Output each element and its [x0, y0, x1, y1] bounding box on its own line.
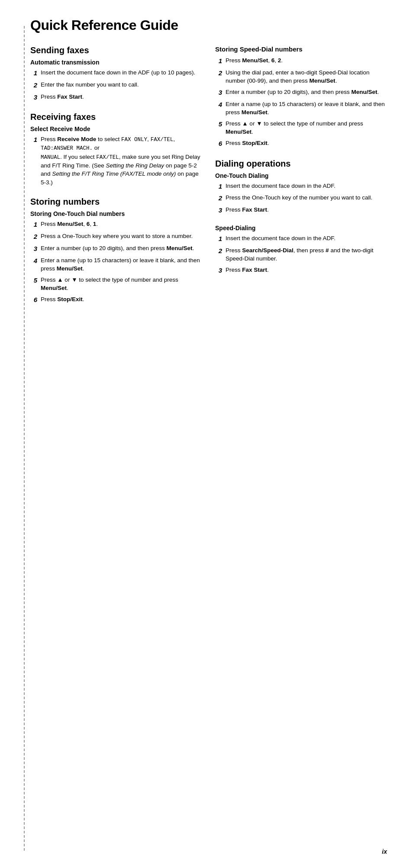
step-content: Press a One-Touch key where you want to … — [41, 232, 202, 241]
step-item: 4 Enter a name (up to 15 characters) or … — [215, 100, 387, 117]
step-content: Press Fax Start. — [226, 206, 387, 214]
step-number: 2 — [30, 232, 37, 241]
step-number: 4 — [215, 100, 222, 109]
step-content: Enter the fax number you want to call. — [41, 80, 202, 89]
steps-one-touch-dial: 1 Press Menu/Set, 6, 1. 2 Press a One-To… — [30, 220, 202, 304]
section-dialing-operations: Dialing operations One-Touch Dialing 1 I… — [215, 159, 387, 275]
step-item: 1 Press Menu/Set, 6, 2. — [215, 56, 387, 66]
step-item: 1 Insert the document face down in the A… — [30, 68, 202, 78]
step-number: 6 — [30, 295, 37, 305]
page-number: ix — [382, 848, 387, 855]
step-item: 2 Press the One-Touch key of the number … — [215, 193, 387, 203]
step-content: Press ▲ or ▼ to select the type of numbe… — [226, 119, 387, 136]
subsection-title-one-touch-dialing: One-Touch Dialing — [215, 172, 387, 179]
section-sending-faxes: Sending faxes Automatic transmission 1 I… — [30, 45, 202, 102]
left-column: Sending faxes Automatic transmission 1 I… — [30, 45, 202, 315]
step-content: Press Menu/Set, 6, 1. — [41, 220, 202, 228]
step-content: Press Menu/Set, 6, 2. — [226, 56, 387, 65]
step-item: 2 Enter the fax number you want to call. — [30, 80, 202, 90]
subsection-title-select-receive-mode: Select Receive Mode — [30, 125, 202, 132]
step-number: 1 — [215, 56, 222, 66]
step-content: Press Stop/Exit. — [41, 295, 202, 304]
page: Quick Reference Guide Sending faxes Auto… — [0, 0, 413, 868]
steps-select-receive-mode: 1 Press Receive Mode to select FAX ONLY,… — [30, 135, 202, 186]
step-content: Press Receive Mode to select FAX ONLY, F… — [41, 135, 202, 186]
section-title-receiving-faxes: Receiving faxes — [30, 112, 202, 122]
step-content: Insert the document face down in the ADF… — [226, 182, 387, 190]
subsection-title-one-touch-dial: Storing One-Touch Dial numbers — [30, 210, 202, 217]
step-content: Press Fax Start. — [226, 266, 387, 274]
step-item: 5 Press ▲ or ▼ to select the type of num… — [30, 276, 202, 293]
step-number: 3 — [215, 206, 222, 215]
step-content: Enter a name (up to 15 characters) or le… — [41, 256, 202, 273]
step-number: 2 — [215, 68, 222, 78]
step-number: 1 — [30, 135, 37, 145]
step-number: 1 — [30, 220, 37, 229]
step-content: Insert the document face down in the ADF… — [41, 68, 202, 77]
step-content: Enter a name (up to 15 characters) or le… — [226, 100, 387, 117]
step-number: 1 — [30, 68, 37, 78]
step-item: 3 Press Fax Start. — [215, 206, 387, 215]
step-content: Press Search/Speed-Dial, then press # an… — [226, 246, 387, 263]
section-title-storing-speed-dial: Storing Speed-Dial numbers — [215, 45, 387, 53]
step-number: 4 — [30, 256, 37, 266]
section-receiving-faxes: Receiving faxes Select Receive Mode 1 Pr… — [30, 112, 202, 186]
step-item: 3 Enter a number (up to 20 digits), and … — [30, 244, 202, 254]
step-content: Insert the document face down in the ADF… — [226, 234, 387, 243]
step-number: 1 — [215, 234, 222, 244]
step-item: 2 Press Search/Speed-Dial, then press # … — [215, 246, 387, 263]
step-number: 1 — [215, 182, 222, 191]
page-title: Quick Reference Guide — [30, 17, 387, 33]
step-item: 2 Using the dial pad, enter a two-digit … — [215, 68, 387, 85]
step-item: 3 Press Fax Start. — [215, 266, 387, 275]
step-number: 3 — [30, 93, 37, 102]
steps-storing-speed-dial: 1 Press Menu/Set, 6, 2. 2 Using the dial… — [215, 56, 387, 148]
section-title-dialing-operations: Dialing operations — [215, 159, 387, 169]
subsection-title-automatic-transmission: Automatic transmission — [30, 59, 202, 66]
section-storing-speed-dial: Storing Speed-Dial numbers 1 Press Menu/… — [215, 45, 387, 148]
section-title-storing-numbers: Storing numbers — [30, 197, 202, 207]
step-number: 2 — [215, 246, 222, 256]
right-column: Storing Speed-Dial numbers 1 Press Menu/… — [215, 45, 387, 286]
step-content: Enter a number (up to 20 digits), and th… — [226, 88, 387, 96]
step-item: 1 Insert the document face down in the A… — [215, 234, 387, 244]
subsection-title-speed-dialing: Speed-Dialing — [215, 225, 387, 231]
section-title-sending-faxes: Sending faxes — [30, 45, 202, 55]
step-number: 3 — [215, 266, 222, 275]
step-item: 6 Press Stop/Exit. — [30, 295, 202, 305]
step-item: 4 Enter a name (up to 15 characters) or … — [30, 256, 202, 273]
step-content: Enter a number (up to 20 digits), and th… — [41, 244, 202, 253]
step-number: 5 — [30, 276, 37, 285]
steps-one-touch-dialing: 1 Insert the document face down in the A… — [215, 182, 387, 215]
step-number: 2 — [30, 80, 37, 90]
step-item: 1 Press Receive Mode to select FAX ONLY,… — [30, 135, 202, 186]
step-content: Press Stop/Exit. — [226, 139, 387, 148]
step-content: Press the One-Touch key of the number yo… — [226, 193, 387, 202]
step-content: Press ▲ or ▼ to select the type of numbe… — [41, 276, 202, 293]
step-content: Press Fax Start. — [41, 93, 202, 101]
step-number: 2 — [215, 193, 222, 203]
step-number: 5 — [215, 119, 222, 129]
step-item: 3 Enter a number (up to 20 digits), and … — [215, 88, 387, 97]
steps-automatic-transmission: 1 Insert the document face down in the A… — [30, 68, 202, 102]
steps-speed-dialing: 1 Insert the document face down in the A… — [215, 234, 387, 275]
step-number: 6 — [215, 139, 222, 148]
step-number: 3 — [30, 244, 37, 254]
section-storing-numbers: Storing numbers Storing One-Touch Dial n… — [30, 197, 202, 304]
step-item: 1 Insert the document face down in the A… — [215, 182, 387, 191]
two-column-layout: Sending faxes Automatic transmission 1 I… — [30, 45, 387, 315]
step-content: Using the dial pad, enter a two-digit Sp… — [226, 68, 387, 85]
step-item: 5 Press ▲ or ▼ to select the type of num… — [215, 119, 387, 136]
step-item: 3 Press Fax Start. — [30, 93, 202, 102]
step-number: 3 — [215, 88, 222, 97]
step-item: 2 Press a One-Touch key where you want t… — [30, 232, 202, 241]
step-item: 1 Press Menu/Set, 6, 1. — [30, 220, 202, 229]
step-item: 6 Press Stop/Exit. — [215, 139, 387, 148]
